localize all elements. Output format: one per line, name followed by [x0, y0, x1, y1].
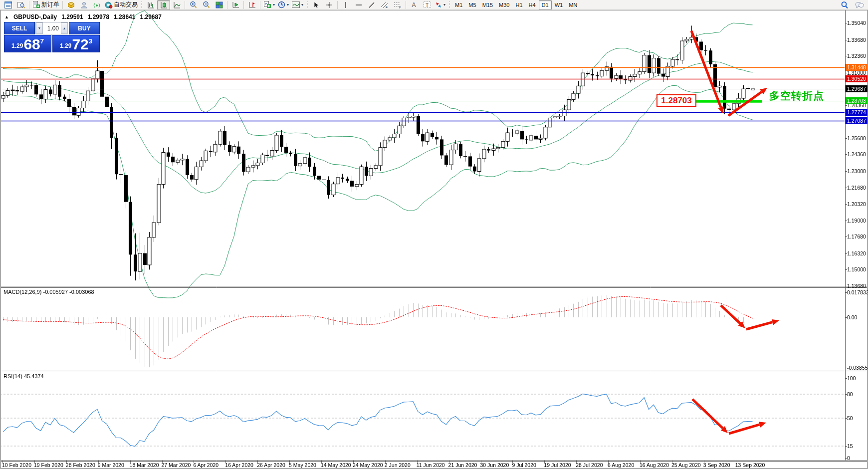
svg-text:T: T — [426, 2, 429, 8]
timeframe-m15-button[interactable]: M15 — [479, 0, 496, 10]
main-toolbar: 新订单自动交易▾▾▾EFAT▾M1M5M15M30H1H4D1W1MN — [0, 0, 868, 10]
toolbar-drag-handle — [306, 1, 308, 8]
rsi-axis-tick: 0 — [847, 455, 850, 461]
volume-input[interactable]: 1.00 — [43, 22, 61, 34]
crosshair-button[interactable] — [323, 0, 336, 10]
bar-chart-button[interactable] — [144, 0, 157, 10]
indicators-dropdown-caret-icon[interactable]: ▾ — [273, 2, 275, 7]
periods-dropdown-caret-icon[interactable]: ▾ — [287, 2, 289, 7]
timeframe-w1-button[interactable]: W1 — [552, 0, 566, 10]
candle-chart-button[interactable] — [157, 0, 170, 10]
price-axis-tick: 1.19000 — [847, 218, 866, 224]
search-button[interactable] — [838, 0, 851, 10]
autotrading-icon — [105, 1, 113, 8]
price-axis-badge: 1.28703 — [846, 97, 868, 104]
timeframe-m1-button[interactable]: M1 — [452, 0, 465, 10]
timeframe-d1-button[interactable]: D1 — [539, 0, 552, 10]
sell-price-prefix: 1.29 — [11, 42, 23, 49]
arrows-tool-button[interactable]: ▾ — [434, 0, 447, 10]
timeframe-h1-button[interactable]: H1 — [512, 0, 525, 10]
date-axis-label: 11 Jun 2020 — [417, 462, 445, 468]
signals-button[interactable] — [90, 0, 103, 10]
price-axis-tick: 1.16320 — [847, 250, 866, 256]
horizontal-line-button[interactable] — [352, 0, 365, 10]
price-axis-tick: 1.25680 — [847, 135, 866, 141]
arrows-tool-icon — [435, 1, 442, 8]
crosshair-icon — [326, 1, 333, 8]
chart-shift-icon — [248, 1, 256, 8]
price-axis-badge: 1.31448 — [846, 64, 868, 71]
ohlc-open: 1.29591 — [61, 13, 83, 20]
chart-canvas[interactable] — [0, 10, 868, 469]
date-axis-label: 6 Apr 2020 — [193, 462, 218, 468]
buy-price-pip: 3 — [89, 37, 92, 45]
text-label-button[interactable]: T — [421, 0, 434, 10]
tile-windows-icon — [216, 1, 223, 8]
search-icon — [841, 1, 849, 9]
text-button[interactable]: A — [408, 0, 421, 10]
trendline-button[interactable] — [365, 0, 378, 10]
templates-button[interactable]: ▾ — [290, 0, 305, 10]
arrows-tool-dropdown-caret-icon[interactable]: ▾ — [443, 2, 445, 7]
new-order-icon — [32, 1, 40, 8]
line-chart-button[interactable] — [170, 0, 183, 10]
cursor-button[interactable] — [310, 0, 323, 10]
trendline-icon — [368, 1, 375, 8]
volume-decrease-button[interactable]: ▼ — [36, 22, 43, 34]
history-center-button[interactable] — [64, 0, 77, 10]
vertical-line-button[interactable] — [339, 0, 352, 10]
sell-button[interactable]: SELL — [4, 22, 35, 34]
chat-button[interactable] — [853, 0, 866, 10]
date-axis-label: 19 Feb 2020 — [34, 462, 63, 468]
level-price-box-annotation[interactable]: 1.28703 — [656, 94, 696, 107]
buy-button[interactable]: BUY — [69, 22, 100, 34]
toolbar-separator — [62, 1, 63, 9]
indicators-button[interactable]: ▾ — [262, 0, 276, 10]
price-axis-tick: 1.20320 — [847, 201, 866, 207]
volume-stepper: ▼ 1.00 ▲ — [35, 22, 68, 34]
timeframe-m30-button[interactable]: M30 — [496, 0, 512, 10]
price-axis-tick: 1.17680 — [847, 234, 866, 239]
tile-windows-button[interactable] — [213, 0, 225, 10]
autotrading-button[interactable]: 自动交易 — [103, 0, 139, 10]
timeframe-m5-button[interactable]: M5 — [465, 0, 479, 10]
periods-icon — [278, 1, 285, 8]
price-axis-tick: 1.33680 — [847, 37, 866, 43]
timeframe-h4-button[interactable]: H4 — [526, 0, 539, 10]
vertical-line-icon — [343, 1, 348, 8]
date-axis-label: 3 Sep 2020 — [703, 462, 730, 468]
zoom-out-icon — [203, 1, 210, 8]
date-axis-label: 18 Mar 2020 — [130, 462, 159, 468]
svg-text:F: F — [399, 5, 401, 8]
zoom-out-button[interactable] — [200, 0, 213, 10]
fibonacci-button[interactable]: F — [391, 0, 404, 10]
fibonacci-icon: F — [394, 1, 402, 8]
date-axis-label: 26 Apr 2020 — [257, 462, 285, 468]
new-order-button[interactable]: 新订单 — [31, 0, 61, 10]
turning-point-text-annotation[interactable]: 多空转折点 — [769, 89, 824, 103]
channel-button[interactable]: E — [378, 0, 391, 10]
data-window-button[interactable] — [14, 0, 27, 10]
sell-price-big: 68 — [23, 37, 40, 51]
price-axis-tick: 1.13680 — [847, 283, 866, 289]
date-axis-label: 16 Apr 2020 — [225, 462, 253, 468]
community-button[interactable] — [77, 0, 90, 10]
market-watch-button[interactable] — [1, 0, 14, 10]
buy-price-box[interactable]: 1.29 72 3 — [52, 35, 100, 52]
zoom-in-button[interactable] — [187, 0, 200, 10]
date-axis-label: 6 Aug 2020 — [608, 462, 634, 468]
timeframe-mn-button[interactable]: MN — [566, 0, 580, 10]
ohlc-low: 1.28641 — [114, 13, 135, 20]
templates-dropdown-caret-icon[interactable]: ▾ — [301, 2, 303, 7]
periods-button[interactable]: ▾ — [276, 0, 290, 10]
toolbar-separator — [243, 1, 244, 9]
indicators-icon — [263, 1, 271, 8]
chart-shift-button[interactable] — [245, 0, 258, 10]
price-axis-tick: 1.21680 — [847, 185, 866, 191]
toolbar-separator — [29, 1, 29, 9]
auto-scroll-button[interactable] — [229, 0, 242, 10]
sell-price-box[interactable]: 1.29 68 7 — [4, 35, 51, 52]
collapse-icon[interactable]: ▲ — [4, 14, 9, 19]
volume-increase-button[interactable]: ▲ — [61, 22, 68, 34]
history-center-icon — [67, 1, 75, 8]
